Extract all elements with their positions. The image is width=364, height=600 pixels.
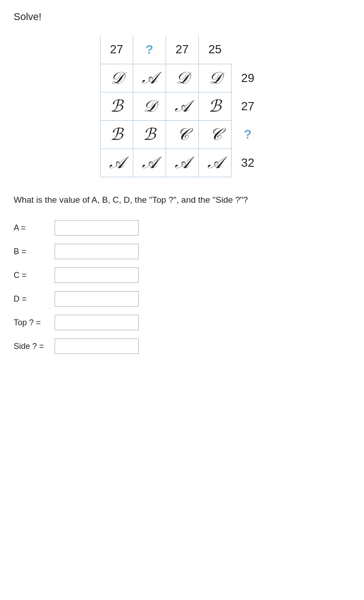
cell-r1c2: 𝒜 (133, 64, 166, 92)
row-side: Side ? = (14, 338, 350, 354)
puzzle-wrapper: 27 ? 27 25 𝒟 𝒜 𝒟 𝒟 29 ℬ 𝒟 𝒜 ℬ 27 ℬ ℬ 𝒞 (14, 36, 350, 177)
input-b[interactable] (55, 244, 139, 259)
cell-r2c2: 𝒟 (133, 92, 166, 120)
table-row: ℬ ℬ 𝒞 𝒞 ? (100, 120, 264, 149)
cell-r4c1: 𝒜 (100, 149, 133, 177)
side-r2: 27 (231, 92, 264, 120)
label-d: D = (14, 294, 55, 304)
table-row: 𝒜 𝒜 𝒜 𝒜 32 (100, 149, 264, 177)
cell-r4c4: 𝒜 (198, 149, 231, 177)
cell-r1c4: 𝒟 (198, 64, 231, 92)
side-r4: 32 (231, 149, 264, 177)
input-top[interactable] (55, 315, 139, 330)
cell-r3c2: ℬ (133, 120, 166, 149)
puzzle-table: 27 ? 27 25 𝒟 𝒜 𝒟 𝒟 29 ℬ 𝒟 𝒜 ℬ 27 ℬ ℬ 𝒞 (100, 36, 264, 177)
row-a: A = (14, 220, 350, 236)
cell-r1c3: 𝒟 (166, 64, 198, 92)
row-top: Top ? = (14, 315, 350, 330)
input-a[interactable] (55, 220, 139, 236)
top-col-1: 27 (100, 36, 133, 64)
input-c[interactable] (55, 267, 139, 283)
top-col-4: 25 (198, 36, 231, 64)
input-d[interactable] (55, 291, 139, 307)
cell-r2c4: ℬ (198, 92, 231, 120)
label-c: C = (14, 271, 55, 280)
top-empty (231, 36, 264, 64)
label-side: Side ? = (14, 342, 55, 351)
table-row: ℬ 𝒟 𝒜 ℬ 27 (100, 92, 264, 120)
cell-r3c4: 𝒞 (198, 120, 231, 149)
top-question: ? (133, 36, 166, 64)
side-r1: 29 (231, 64, 264, 92)
header-row: 27 ? 27 25 (100, 36, 264, 64)
row-c: C = (14, 267, 350, 283)
cell-r2c1: ℬ (100, 92, 133, 120)
row-d: D = (14, 291, 350, 307)
cell-r3c1: ℬ (100, 120, 133, 149)
inputs-container: A = B = C = D = Top ? = Side ? = (14, 220, 350, 354)
cell-r1c1: 𝒟 (100, 64, 133, 92)
row-b: B = (14, 244, 350, 259)
label-b: B = (14, 247, 55, 256)
cell-r4c3: 𝒜 (166, 149, 198, 177)
cell-r3c3: 𝒞 (166, 120, 198, 149)
label-top: Top ? = (14, 318, 55, 328)
page-title: Solve! (14, 11, 350, 23)
input-side[interactable] (55, 338, 139, 354)
question-text: What is the value of A, B, C, D, the "To… (14, 194, 287, 207)
label-a: A = (14, 223, 55, 233)
cell-r4c2: 𝒜 (133, 149, 166, 177)
top-col-3: 27 (166, 36, 198, 64)
table-row: 𝒟 𝒜 𝒟 𝒟 29 (100, 64, 264, 92)
side-question: ? (231, 120, 264, 149)
cell-r2c3: 𝒜 (166, 92, 198, 120)
